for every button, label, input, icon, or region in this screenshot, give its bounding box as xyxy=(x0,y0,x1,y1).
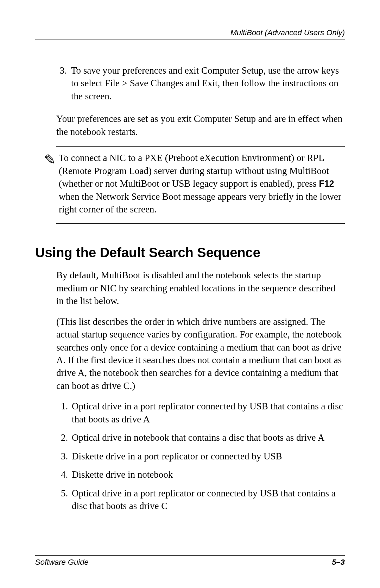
sequence-list: Optical drive in a port replicator conne… xyxy=(60,400,345,512)
page: MultiBoot (Advanced Users Only) 3. To sa… xyxy=(0,0,380,588)
footer-rule xyxy=(35,555,345,556)
list-item: Optical drive in a port replicator or co… xyxy=(70,487,345,513)
list-item: Optical drive in notebook that contains … xyxy=(70,431,345,444)
note-bottom-rule xyxy=(56,223,345,224)
step-number: 3. xyxy=(60,64,71,103)
note-text: To connect a NIC to a PXE (Preboot eXecu… xyxy=(59,151,345,216)
paragraph-2: (This list describes the order in which … xyxy=(56,315,345,392)
note-top-rule xyxy=(56,146,345,147)
section-heading: Using the Default Search Sequence xyxy=(35,245,345,260)
list-item: Diskette drive in a port replicator or c… xyxy=(70,450,345,463)
note-before: To connect a NIC to a PXE (Preboot eXecu… xyxy=(59,153,329,189)
footer-line: Software Guide 5–3 xyxy=(35,558,345,567)
preferences-sentence: Your preferences are set as you exit Com… xyxy=(56,112,345,138)
paragraph-1: By default, MultiBoot is disabled and th… xyxy=(56,269,345,307)
header-rule xyxy=(35,39,345,39)
step-text: To save your preferences and exit Comput… xyxy=(71,64,345,103)
note-block: ✎ To connect a NIC to a PXE (Preboot eXe… xyxy=(44,151,345,216)
footer-page-number: 5–3 xyxy=(332,558,345,567)
step-3: 3. To save your preferences and exit Com… xyxy=(60,64,345,103)
footer: Software Guide 5–3 xyxy=(35,555,345,567)
footer-left: Software Guide xyxy=(35,558,89,567)
note-after: when the Network Service Boot message ap… xyxy=(59,191,341,215)
list-item: Optical drive in a port replicator conne… xyxy=(70,400,345,426)
list-item: Diskette drive in notebook xyxy=(70,468,345,481)
note-key: F12 xyxy=(319,179,334,188)
running-header: MultiBoot (Advanced Users Only) xyxy=(35,28,345,37)
note-icon: ✎ xyxy=(44,153,56,216)
